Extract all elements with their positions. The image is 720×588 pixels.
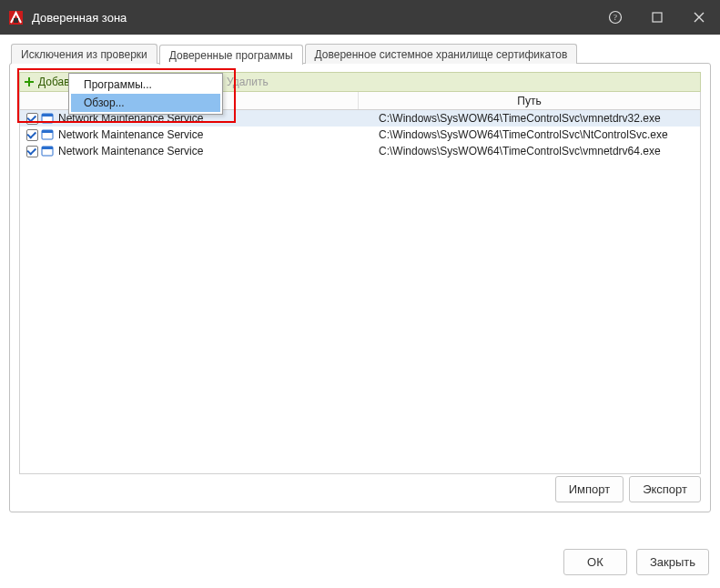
ok-button[interactable]: ОК [563, 549, 627, 575]
dialog-body: Исключения из проверки Доверенные програ… [0, 35, 720, 522]
close-window-button[interactable] [678, 0, 720, 35]
tab-trusted-apps[interactable]: Доверенные программы [159, 45, 303, 65]
svg-text:?: ? [614, 13, 617, 22]
close-button[interactable]: Закрыть [636, 549, 709, 575]
help-button[interactable]: ? [594, 0, 636, 35]
dialog-footer: ОК Закрыть [563, 549, 709, 575]
cell-program: Network Maintenance Service [58, 145, 379, 157]
tab-exclusions[interactable]: Исключения из проверки [11, 44, 157, 64]
tab-trusted-cert-store[interactable]: Доверенное системное хранилище сертифика… [305, 44, 578, 64]
row-checkbox[interactable] [26, 113, 38, 125]
cell-path: C:\Windows\SysWOW64\TimeControlSvc\NtCon… [379, 128, 700, 141]
cell-path: C:\Windows\SysWOW64\TimeControlSvc\vmnet… [379, 145, 700, 157]
app-logo-icon [9, 11, 23, 25]
menu-item-programs[interactable]: Программы... [71, 76, 220, 94]
window-icon [40, 144, 55, 158]
svg-rect-4 [653, 13, 662, 22]
window-icon [40, 111, 55, 126]
panel-actions: Импорт Экспорт [555, 476, 701, 502]
maximize-button[interactable] [636, 0, 678, 35]
svg-rect-6 [42, 114, 53, 117]
window-icon [40, 127, 55, 142]
row-checkbox[interactable] [26, 129, 38, 141]
table-row[interactable]: Network Maintenance Service C:\Windows\S… [20, 127, 700, 143]
export-button[interactable]: Экспорт [629, 476, 701, 502]
cell-path: C:\Windows\SysWOW64\TimeControlSvc\vmnet… [379, 112, 700, 125]
window-titlebar: Доверенная зона ? [0, 0, 720, 35]
cell-program: Network Maintenance Service [58, 128, 379, 141]
svg-rect-8 [42, 130, 53, 133]
menu-item-browse[interactable]: Обзор... [71, 94, 220, 112]
column-header-path[interactable]: Путь [359, 92, 700, 109]
window-title: Доверенная зона [32, 11, 594, 25]
svg-rect-1 [14, 18, 18, 23]
list-area: Network Maintenance Service C:\Windows\S… [19, 110, 701, 474]
svg-rect-10 [42, 147, 53, 149]
import-button[interactable]: Импорт [555, 476, 624, 502]
delete-button-label: Удалить [221, 76, 269, 88]
table-row[interactable]: Network Maintenance Service C:\Windows\S… [20, 143, 700, 159]
row-checkbox[interactable] [26, 146, 38, 157]
context-menu: Программы... Обзор... [68, 73, 223, 115]
tabs-row: Исключения из проверки Доверенные програ… [9, 44, 711, 64]
plus-icon [24, 76, 35, 87]
tab-panel-trusted-apps: Добавить Изменить Удалить Программа Путь [9, 63, 711, 512]
